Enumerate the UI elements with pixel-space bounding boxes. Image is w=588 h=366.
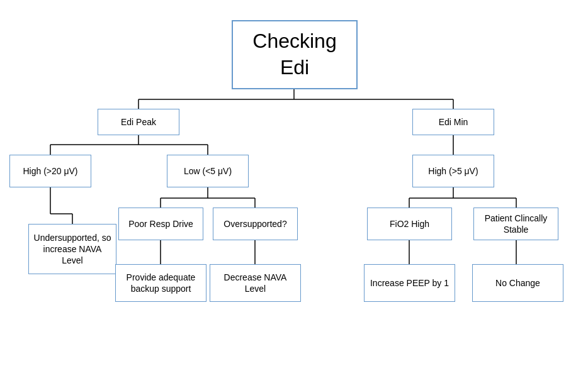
no-change-node: No Change (472, 264, 563, 302)
increase-peep-node: Increase PEEP by 1 (364, 264, 455, 302)
high-gt5-node: High (>5 μV) (412, 155, 494, 187)
fio2-high-node: FiO2 High (367, 208, 452, 240)
decrease-nava-node: Decrease NAVA Level (210, 264, 301, 302)
provide-backup-support-node: Provide adequate backup support (115, 264, 206, 302)
undersupported-node: Undersupported, so increase NAVA Level (28, 224, 116, 274)
patient-clinically-stable-node: Patient Clincally Stable (473, 208, 558, 240)
root-node: Checking Edi (232, 20, 358, 89)
edi-peak-node: Edi Peak (98, 109, 179, 135)
edi-min-node: Edi Min (412, 109, 494, 135)
high-gt20-node: High (>20 μV) (9, 155, 91, 187)
diagram: Checking Edi Edi Peak Edi Min High (>20 … (0, 0, 588, 366)
poor-resp-drive-node: Poor Resp Drive (118, 208, 203, 240)
oversupported-node: Oversupported? (213, 208, 298, 240)
low-lt5-node: Low (<5 μV) (167, 155, 249, 187)
